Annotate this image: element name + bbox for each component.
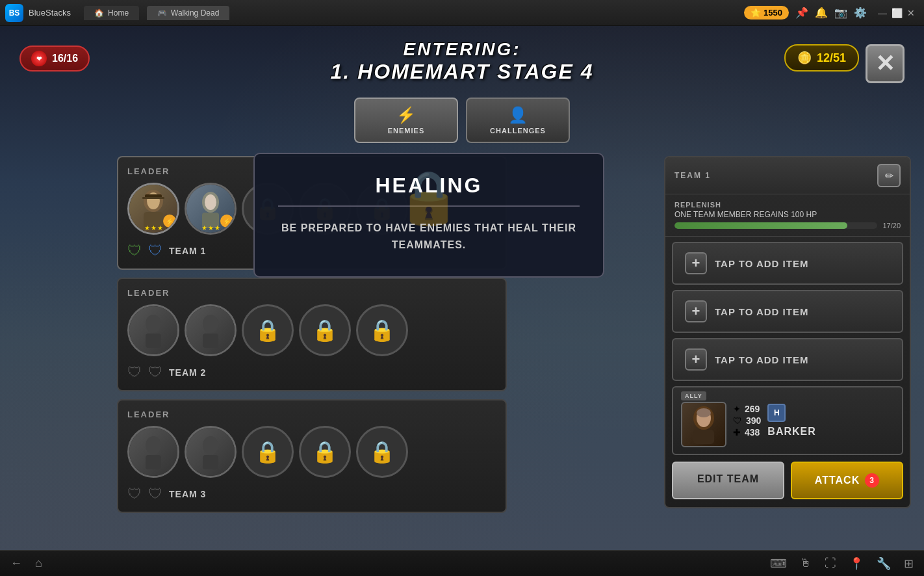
keyboard-icon[interactable]: ⌨ <box>770 556 787 571</box>
right-panel-card: TEAM 1 ✏ REPLENISH ONE TEAM MEMBER REGAI… <box>664 156 911 508</box>
bottom-buttons: EDIT TEAM ATTACK 3 <box>672 462 903 499</box>
team-2-lock-3[interactable]: 🔒 <box>356 304 408 356</box>
add-item-1-button[interactable]: + TAP TO ADD ITEM <box>672 242 903 285</box>
progress-bar-row: 17/20 <box>674 222 901 229</box>
ally-attack-stat: ✦ 269 <box>733 404 761 414</box>
edit-team-button[interactable]: EDIT TEAM <box>672 462 784 499</box>
camera-icon[interactable]: 📷 <box>834 7 847 19</box>
add-plus-2: + <box>685 300 707 322</box>
replenish-label: REPLENISH <box>674 201 901 209</box>
entering-label: ENTERING: <box>331 39 594 60</box>
fullscreen-icon[interactable]: ⛶ <box>825 556 836 571</box>
attack-label: ATTACK <box>815 475 860 486</box>
tab-home[interactable]: 🏠 Home <box>84 6 139 20</box>
ally-health-val: 438 <box>745 427 760 438</box>
lock-icon-9: 🔒 <box>369 439 395 464</box>
energy-value: 16/16 <box>52 53 78 64</box>
attack-icon: ✦ <box>733 404 741 414</box>
attack-button[interactable]: ATTACK 3 <box>791 462 903 499</box>
ally-type-badge: H <box>767 404 786 422</box>
location-icon[interactable]: 📍 <box>849 556 864 571</box>
ally-portrait <box>681 402 726 447</box>
back-icon[interactable]: ← <box>10 556 22 570</box>
bell-icon[interactable]: 🔔 <box>815 7 828 19</box>
team-2-member-1[interactable] <box>127 304 179 356</box>
shield-green-icon: 🛡 <box>127 242 142 259</box>
svg-rect-13 <box>146 455 161 469</box>
svg-rect-4 <box>142 197 164 199</box>
team-2-lock-1[interactable]: 🔒 <box>242 304 294 356</box>
stage-name: 1. HOMEMART STAGE 4 <box>331 60 594 84</box>
enemies-label: ENEMIES <box>388 127 425 135</box>
team-3-footer: 🛡 🛡 TEAM 3 <box>127 486 496 503</box>
svg-rect-9 <box>146 334 161 348</box>
titlebar-left: BS BlueStacks 🏠 Home 🎮 Walking Dead <box>0 4 229 22</box>
ally-name-col: H BARKER <box>767 404 815 438</box>
team-3-lock-2[interactable]: 🔒 <box>299 426 351 478</box>
close-button[interactable]: ✕ <box>906 8 916 18</box>
add-item-3-button[interactable]: + TAP TO ADD ITEM <box>672 338 903 381</box>
team-1-member-1[interactable]: ⚡ ★★★ <box>127 183 179 235</box>
taskbar-right-icons: ⌨ 🖱 ⛶ 📍 🔧 ⊞ <box>770 556 914 571</box>
edit-pencil-button[interactable]: ✏ <box>877 164 901 187</box>
add-item-2-button[interactable]: + TAP TO ADD ITEM <box>672 290 903 333</box>
team-2-card[interactable]: LEADER <box>117 278 507 391</box>
team-3-card[interactable]: LEADER <box>117 399 507 513</box>
home-taskbar-icon[interactable]: ⌂ <box>35 556 42 570</box>
team-1-member-2[interactable]: ⚡ ★★★ <box>185 183 237 235</box>
healing-tooltip[interactable]: 🔒 HEALING BE PREPARED TO HAVE ENEMIES TH… <box>253 153 604 278</box>
add-item-2-text: TAP TO ADD ITEM <box>715 306 808 317</box>
panel-team-label: TEAM 1 <box>674 171 711 180</box>
progress-label: 17/20 <box>882 222 901 229</box>
bluestacks-logo: BS <box>5 4 23 22</box>
add-item-1-text: TAP TO ADD ITEM <box>715 258 808 269</box>
app-name: BlueStacks <box>29 8 71 18</box>
svg-point-7 <box>205 194 216 210</box>
team-3-member-2[interactable] <box>185 426 237 478</box>
settings-icon[interactable]: ⚙️ <box>854 7 867 19</box>
restore-button[interactable]: ⬜ <box>892 8 902 18</box>
team-2-member-2[interactable] <box>185 304 237 356</box>
empty-avatar-4 <box>186 428 235 476</box>
game-area: ❤ 16/16 ENTERING: 1. HOMEMART STAGE 4 🪙 … <box>0 26 924 550</box>
tooltip-divider <box>278 205 580 207</box>
team-3-lock-3[interactable]: 🔒 <box>356 426 408 478</box>
ally-defense-stat: 🛡 390 <box>733 415 761 426</box>
empty-avatar-1 <box>129 306 177 354</box>
pin-icon[interactable]: 📌 <box>795 7 808 19</box>
titlebar-right: ⭐ 1550 📌 🔔 📷 ⚙️ — ⬜ ✕ <box>744 6 924 20</box>
right-panel: TEAM 1 ✏ REPLENISH ONE TEAM MEMBER REGAI… <box>664 156 911 508</box>
coin-icon-2: 🪙 <box>797 51 812 65</box>
empty-avatar-2 <box>186 306 235 354</box>
add-plus-3: + <box>685 348 707 371</box>
team-3-members: 🔒 🔒 🔒 <box>127 426 496 478</box>
counter-badge: 🪙 12/51 <box>784 44 859 72</box>
ally-card: ALLY ✦ 269 <box>672 386 903 455</box>
mouse-icon[interactable]: 🖱 <box>800 556 812 571</box>
attack-cost: 3 <box>869 476 875 485</box>
taskbar: ← ⌂ ⌨ 🖱 ⛶ 📍 🔧 ⊞ <box>0 550 924 576</box>
team-3-member-1[interactable] <box>127 426 179 478</box>
share-icon[interactable]: ⊞ <box>904 556 914 571</box>
energy-icon: ❤ <box>31 51 47 66</box>
tab-game[interactable]: 🎮 Walking Dead <box>147 6 229 20</box>
team-2-lock-2[interactable]: 🔒 <box>299 304 351 356</box>
close-stage-button[interactable]: ✕ <box>866 44 905 83</box>
lock-icon-7: 🔒 <box>255 439 281 464</box>
shield-grey-3: 🛡 <box>127 486 142 503</box>
lock-icon-4: 🔒 <box>255 318 281 343</box>
team-3-lock-1[interactable]: 🔒 <box>242 426 294 478</box>
tab-enemies[interactable]: ⚡ ENEMIES <box>354 98 458 143</box>
svg-rect-15 <box>203 455 218 469</box>
svg-point-12 <box>146 436 161 454</box>
tools-icon[interactable]: 🔧 <box>877 556 891 571</box>
team-2-members: 🔒 🔒 🔒 <box>127 304 496 356</box>
window-controls: — ⬜ ✕ <box>877 8 916 18</box>
tab-challenges[interactable]: 👤 CHALLENGES <box>466 98 570 143</box>
defense-icon: 🛡 <box>733 415 742 426</box>
ally-defense-val: 390 <box>746 415 761 426</box>
minimize-button[interactable]: — <box>877 8 888 18</box>
ally-health-stat: ✚ 438 <box>733 427 761 438</box>
lock-icon-6: 🔒 <box>369 318 395 343</box>
lightning-badge-2: ⚡ <box>220 215 233 228</box>
